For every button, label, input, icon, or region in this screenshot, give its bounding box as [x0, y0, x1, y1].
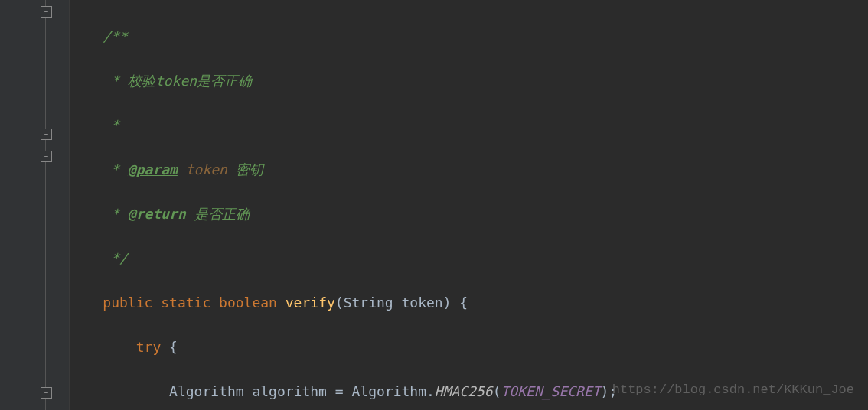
constant-field: TOKEN_SECRET	[501, 383, 601, 399]
code-editor[interactable]: − − − − /** * 校验token是否正确 * * @param tok…	[0, 0, 868, 410]
static-method: HMAC256	[435, 383, 493, 399]
return-tag: @return	[128, 206, 186, 222]
javadoc-open: /**	[103, 28, 128, 44]
kw-public: public	[103, 294, 161, 311]
code-text: Algorithm algorithm = Algorithm.	[169, 383, 435, 399]
kw-boolean: boolean	[219, 294, 286, 311]
javadoc-close: */	[103, 250, 128, 266]
fold-line	[45, 0, 46, 410]
fold-marker-icon[interactable]: −	[41, 387, 52, 399]
fold-marker-icon[interactable]: −	[41, 151, 52, 162]
param-name: token	[178, 161, 236, 177]
kw-try: try	[136, 339, 169, 355]
param-tag: @param	[128, 161, 178, 177]
fold-marker-icon[interactable]: −	[41, 129, 52, 140]
gutter: − − − −	[0, 0, 70, 410]
javadoc-return: * @return 是否正确	[103, 206, 249, 222]
javadoc-param: * @param token 密钥	[103, 161, 263, 177]
paren: (	[493, 383, 501, 399]
javadoc-line: *	[103, 117, 119, 133]
watermark: https://blog.csdn.net/KKKun_Joe	[612, 379, 854, 401]
code-area[interactable]: /** * 校验token是否正确 * * @param token 密钥 * …	[70, 0, 617, 410]
javadoc-line: * 校验token是否正确	[103, 73, 252, 89]
method-signature: (String token) {	[335, 294, 468, 311]
method-name: verify	[286, 294, 335, 311]
brace: {	[169, 339, 178, 355]
fold-marker-icon[interactable]: −	[41, 6, 52, 18]
kw-static: static	[161, 294, 219, 311]
